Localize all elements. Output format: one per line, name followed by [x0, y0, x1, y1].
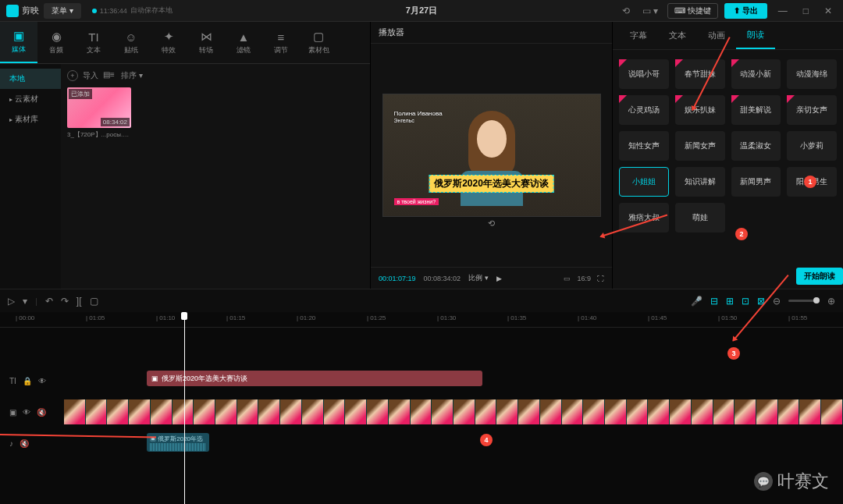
side-item-本地[interactable]: 本地: [0, 69, 61, 89]
title-overlay[interactable]: 俄罗斯2020年选美大赛访谈: [429, 175, 554, 193]
maximize-button[interactable]: □: [799, 5, 813, 16]
voice-知识讲解[interactable]: 知识讲解: [675, 167, 725, 197]
tool-tab-转场[interactable]: ⋈转场: [187, 22, 225, 63]
close-button[interactable]: ✕: [820, 5, 837, 16]
delete-icon[interactable]: ▢: [90, 296, 98, 307]
mute-icon[interactable]: 🔇: [37, 408, 46, 417]
zoom-slider[interactable]: [788, 300, 820, 302]
export-button[interactable]: ⬆ 导出: [724, 3, 767, 19]
timeline-ruler[interactable]: | 00:00| 01:05| 01:10| 01:15| 01:20| 01:…: [0, 312, 843, 328]
zoom-out-icon[interactable]: ⊖: [773, 296, 781, 307]
audio-clip[interactable]: ▣ 俄罗斯2020年选: [147, 433, 209, 452]
tool-tab-调节[interactable]: ≡调节: [262, 22, 300, 63]
lock-icon[interactable]: 🔒: [23, 377, 32, 385]
voice-心灵鸡汤[interactable]: 心灵鸡汤: [619, 95, 669, 125]
inspector-tab-动画[interactable]: 动画: [697, 22, 736, 49]
annotation-4: 4: [480, 434, 493, 446]
dropdown-icon[interactable]: ▾: [23, 296, 27, 307]
voice-知性女声[interactable]: 知性女声: [619, 131, 669, 161]
subtitle-overlay: в твоей жизни?: [394, 198, 439, 205]
ratio-dropdown[interactable]: 比例 ▾: [468, 273, 489, 283]
eye-icon[interactable]: 👁: [38, 377, 46, 385]
document-title: 7月27日: [406, 5, 437, 16]
fullscreen-icon[interactable]: ⛶: [597, 275, 604, 282]
snap-icon-1[interactable]: ⊟: [710, 296, 718, 307]
tool-tab-滤镜[interactable]: ▲滤镜: [225, 22, 262, 63]
player-controls: 00:01:07:19 00:08:34:02 比例 ▾ ▶ ▭ 16:9 ⛶: [371, 267, 612, 289]
pointer-tool[interactable]: ▷: [8, 296, 15, 307]
snap-icon-3[interactable]: ⊡: [742, 296, 749, 307]
tool-tab-媒体[interactable]: ▣媒体: [0, 22, 37, 63]
ruler-tick: | 01:20: [297, 314, 315, 321]
history-icon[interactable]: ⟲: [619, 4, 633, 18]
mic-icon[interactable]: 🎤: [691, 296, 702, 307]
start-read-button[interactable]: 开始朗读: [796, 268, 843, 285]
aspect-icon[interactable]: 16:9: [577, 275, 591, 282]
media-panel: ▣媒体◉音频TI文本☺贴纸✦特效⋈转场▲滤镜≡调节▢素材包 本地▸云素材▸素材库…: [0, 22, 371, 289]
added-badge: 已添加: [69, 89, 92, 99]
layout-icon[interactable]: ▭ ▾: [639, 4, 661, 18]
mute-icon[interactable]: 🔇: [20, 439, 29, 448]
split-icon[interactable]: ][: [76, 296, 82, 307]
annotation-2: 2: [735, 228, 748, 240]
text-clip[interactable]: ▣俄罗斯2020年选美大赛访谈: [147, 371, 482, 386]
voice-动漫小新[interactable]: 动漫小新: [731, 59, 781, 89]
inspector-tab-朗读[interactable]: 朗读: [736, 22, 775, 49]
player-panel: 播放器 Полина ИвановаЭнгельс 俄罗斯2020年选美大赛访谈…: [371, 22, 613, 289]
voice-小姐姐[interactable]: 小姐姐: [619, 167, 669, 197]
voice-新闻男声[interactable]: 新闻男声: [731, 167, 781, 197]
inspector-tab-字幕[interactable]: 字幕: [619, 22, 658, 49]
timeline[interactable]: | 00:00| 01:05| 01:10| 01:15| 01:20| 01:…: [0, 312, 843, 504]
menu-button[interactable]: 菜单 ▾: [44, 3, 81, 19]
voice-春节甜妹[interactable]: 春节甜妹: [675, 59, 725, 89]
tool-tab-音频[interactable]: ◉音频: [37, 22, 75, 63]
shortcut-button[interactable]: ⌨ 快捷键: [667, 3, 718, 19]
tool-tab-素材包[interactable]: ▢素材包: [300, 22, 337, 63]
inspector-tab-文本[interactable]: 文本: [658, 22, 697, 49]
audio-track-head: ♪🔇: [0, 439, 64, 448]
ruler-tick: | 01:35: [507, 314, 526, 321]
ruler-tick: | 01:55: [788, 314, 807, 321]
app-logo: [6, 5, 19, 17]
side-item-素材库[interactable]: ▸素材库: [0, 109, 61, 130]
voice-动漫海绵[interactable]: 动漫海绵: [787, 59, 837, 89]
voice-萌娃[interactable]: 萌娃: [675, 203, 725, 232]
voice-说唱小哥[interactable]: 说唱小哥: [619, 59, 669, 89]
video-clip[interactable]: [64, 399, 843, 424]
voice-甜美解说[interactable]: 甜美解说: [731, 95, 781, 125]
voice-新闻女声[interactable]: 新闻女声: [675, 131, 725, 161]
ruler-tick: | 01:10: [156, 314, 175, 321]
voice-温柔淑女[interactable]: 温柔淑女: [731, 131, 781, 161]
voice-亲切女声[interactable]: 亲切女声: [787, 95, 837, 125]
sort-dropdown[interactable]: 排序 ▾: [121, 70, 143, 81]
view-mode-icon[interactable]: ▤≡: [103, 70, 115, 81]
zoom-in-icon[interactable]: ⊕: [827, 296, 835, 307]
media-duration: 08:34:02: [101, 118, 130, 126]
minimize-button[interactable]: —: [774, 5, 792, 16]
annotation-1: 1: [804, 176, 816, 188]
import-button[interactable]: +: [67, 70, 78, 81]
snap-icon-2[interactable]: ⊞: [726, 296, 734, 307]
voice-娱乐扒妹[interactable]: 娱乐扒妹: [675, 95, 725, 125]
voice-小萝莉[interactable]: 小萝莉: [787, 131, 837, 161]
eye-icon[interactable]: 👁: [23, 408, 30, 417]
undo-icon[interactable]: ↶: [45, 296, 53, 307]
playhead[interactable]: [184, 312, 185, 504]
inspector-tabs: 字幕文本动画朗读: [613, 22, 843, 50]
redo-icon[interactable]: ↷: [61, 296, 69, 307]
side-item-云素材[interactable]: ▸云素材: [0, 89, 61, 109]
reset-icon[interactable]: ⟲: [488, 218, 495, 229]
tool-tab-文本[interactable]: TI文本: [75, 22, 112, 63]
tool-tab-贴纸[interactable]: ☺贴纸: [112, 22, 150, 63]
video-preview[interactable]: Полина ИвановаЭнгельс 俄罗斯2020年选美大赛访谈 в т…: [382, 94, 601, 217]
ruler-tick: | 01:45: [648, 314, 667, 321]
play-button[interactable]: ▶: [496, 275, 502, 282]
safe-zone-icon[interactable]: ▭: [564, 275, 571, 282]
media-sidebar: 本地▸云素材▸素材库: [0, 64, 61, 289]
tool-tab-特效[interactable]: ✦特效: [150, 22, 187, 63]
media-item[interactable]: 已添加 08:34:02 3_【720P】...росы.mp4: [67, 87, 131, 139]
total-time: 00:08:34:02: [424, 275, 461, 282]
ruler-tick: | 01:15: [226, 314, 245, 321]
text-track-head: TI🔒👁: [0, 377, 64, 385]
current-time: 00:01:07:19: [379, 275, 416, 282]
